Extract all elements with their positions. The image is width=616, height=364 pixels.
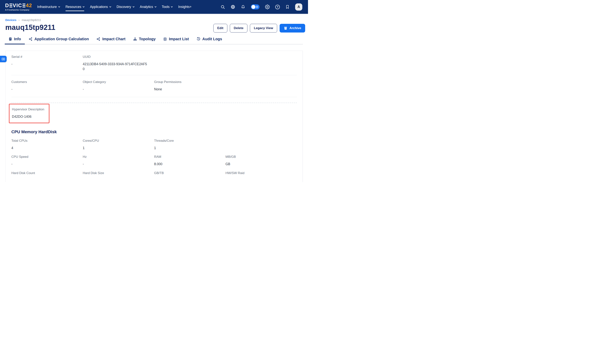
delete-button[interactable]: Delete: [230, 24, 247, 33]
breadcrumb: Devices › mauq15tp9211: [5, 18, 308, 22]
archive-box-icon: [284, 26, 288, 30]
app-logo[interactable]: DVIC42 A Freshworks Company: [5, 3, 32, 11]
menu-applications[interactable]: Applications: [87, 0, 113, 14]
detail-tabs: Info Application Group Calculation Impac…: [5, 37, 303, 44]
brand-e-glyph: [23, 4, 25, 7]
dotted-divider: [11, 103, 297, 103]
tab-info[interactable]: Info: [5, 37, 25, 44]
list-panel-icon: [1, 57, 5, 61]
cpu-row-3: Hard Disk Count Hard Disk Size GB/TB HW/…: [11, 171, 297, 175]
tab-audit-logs[interactable]: Audit Logs: [193, 37, 226, 44]
menu-analytics[interactable]: Analytics: [137, 0, 159, 14]
side-panel-toggle[interactable]: [0, 56, 7, 62]
document-icon: [9, 37, 12, 41]
history-icon: [196, 37, 200, 41]
chevron-down-icon: [133, 6, 134, 8]
tab-impact-list[interactable]: Impact List: [159, 37, 193, 44]
help-icon[interactable]: ?: [275, 5, 280, 9]
field-ram: RAM 8.000: [154, 155, 225, 167]
chevron-down-icon: [154, 6, 156, 8]
notifications-bell-icon[interactable]: [241, 5, 245, 9]
bookmark-icon[interactable]: [285, 5, 290, 9]
tab-impact-chart[interactable]: Impact Chart: [93, 37, 129, 44]
share-nodes-icon: [96, 37, 100, 41]
info-row-ownership: Customers - Object Category - Group Perm…: [11, 75, 297, 97]
edit-button[interactable]: Edit: [213, 24, 227, 33]
brand-42: 42: [26, 3, 32, 8]
field-uuid: UUID 42113DB4-5409-3333-934A-9714FCE2AF5…: [83, 55, 154, 72]
menu-resources[interactable]: Resources: [63, 0, 87, 14]
globe-icon[interactable]: [231, 4, 235, 9]
menu-infrastructure[interactable]: Infrastructure: [34, 0, 63, 14]
field-total-cpus: Total CPUs 4: [11, 139, 83, 150]
main-menu: Infrastructure Resources Applications Di…: [34, 0, 195, 14]
brand-letters: VIC: [13, 3, 22, 8]
tab-application-group-calculation[interactable]: Application Group Calculation: [25, 37, 93, 44]
hypervisor-description-highlight: Hypervisor Description D42DO-1406: [9, 104, 49, 123]
chevron-down-icon: [171, 6, 173, 8]
field-threads-per-core: Threads/Core 1: [154, 139, 225, 150]
field-cores-per-cpu: Cores/CPU 1: [83, 139, 154, 150]
menu-discovery[interactable]: Discovery: [114, 0, 137, 14]
legacy-view-button[interactable]: Legacy View: [250, 24, 277, 33]
page-actions: Edit Delete Legacy View Archive: [213, 24, 305, 33]
chevron-down-icon: [83, 6, 85, 8]
field-hw-sw-raid: HW/SW Raid: [225, 171, 297, 175]
breadcrumb-separator: ›: [19, 18, 19, 22]
nav-utilities: ? A: [221, 3, 302, 11]
share-nodes-icon: [28, 37, 33, 41]
sun-icon: [255, 5, 259, 9]
list-rows-icon: [163, 37, 167, 41]
field-hard-disk-size: Hard Disk Size: [83, 171, 154, 175]
field-customers: Customers -: [11, 80, 83, 92]
brand-e-glyph: [10, 4, 12, 7]
menu-tools[interactable]: Tools: [159, 0, 175, 14]
search-icon[interactable]: [221, 5, 225, 9]
settings-gear-icon[interactable]: [265, 4, 270, 9]
brand-device42: DVIC42: [5, 3, 32, 8]
field-hz: Hz -: [83, 155, 154, 167]
device-info-card: Serial # - UUID 42113DB4-5409-3333-934A-…: [5, 51, 303, 182]
field-mb-gb: MB/GB GB: [225, 155, 297, 167]
breadcrumb-devices-link[interactable]: Devices: [5, 18, 16, 22]
brand-subtitle: A Freshworks Company: [5, 9, 32, 11]
field-gb-tb: GB/TB: [154, 171, 225, 175]
field-group-permissions: Group Permissions None: [154, 80, 225, 92]
menu-insights[interactable]: Insights+: [175, 0, 195, 14]
info-row-identifiers: Serial # - UUID 42113DB4-5409-3333-934A-…: [11, 51, 297, 75]
cpu-memory-harddisk-heading: CPU Memory HardDisk: [11, 130, 297, 134]
top-nav: DVIC42 A Freshworks Company Infrastructu…: [0, 0, 308, 14]
user-avatar[interactable]: A: [295, 3, 302, 11]
cpu-row-1: Total CPUs 4 Cores/CPU 1 Threads/Core 1: [11, 139, 297, 150]
chevron-down-icon: [58, 6, 60, 8]
field-hard-disk-count: Hard Disk Count: [11, 171, 83, 175]
cpu-row-2: CPU Speed - Hz - RAM 8.000 MB/GB GB: [11, 155, 297, 167]
tab-topology[interactable]: Topology: [129, 37, 160, 44]
breadcrumb-current: mauq15tp9211: [22, 18, 41, 22]
brand-letter: D: [5, 3, 9, 8]
archive-button[interactable]: Archive: [280, 24, 305, 33]
sitemap-icon: [133, 37, 137, 41]
theme-toggle[interactable]: [251, 4, 260, 10]
chevron-down-icon: [109, 6, 111, 8]
field-cpu-speed: CPU Speed -: [11, 155, 83, 167]
field-serial: Serial # -: [11, 55, 83, 72]
field-object-category: Object Category -: [83, 80, 154, 92]
